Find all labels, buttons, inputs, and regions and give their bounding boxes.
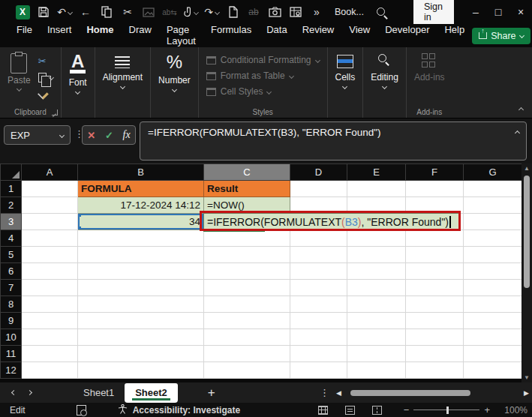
cell-B5[interactable] <box>78 247 204 263</box>
redo-dropdown-icon[interactable] <box>215 9 220 14</box>
cell-B12[interactable] <box>78 362 204 379</box>
maximize-button[interactable]: □ <box>487 0 509 24</box>
cell-G1[interactable] <box>464 181 522 197</box>
zoom-out-button[interactable]: − <box>399 404 414 416</box>
camera-icon[interactable] <box>267 4 282 20</box>
row-header-10[interactable]: 10 <box>1 329 22 346</box>
row-header-1[interactable]: 1 <box>1 181 22 197</box>
excel-logo-icon[interactable]: X <box>15 4 30 20</box>
page-break-view-icon[interactable] <box>372 406 382 415</box>
cell-B1[interactable]: FORMULA <box>78 181 204 197</box>
zoom-level[interactable]: 100% <box>502 405 527 416</box>
save-icon[interactable] <box>36 4 51 20</box>
name-box-dropdown-icon[interactable] <box>59 132 65 137</box>
cell-C10[interactable] <box>204 329 290 346</box>
cell-E5[interactable] <box>347 247 406 263</box>
cell-B2[interactable]: 17-12-2024 14:12 <box>78 197 204 214</box>
page-layout-view-icon[interactable] <box>345 406 355 415</box>
cell-A1[interactable] <box>22 181 78 197</box>
cell-B6[interactable] <box>78 263 204 280</box>
cell-C11[interactable] <box>204 346 290 362</box>
column-header-F[interactable]: F <box>406 164 464 181</box>
cell-C1[interactable]: Result <box>204 181 290 197</box>
cell-A9[interactable] <box>22 313 78 329</box>
cell-F10[interactable] <box>406 329 464 346</box>
row-header-9[interactable]: 9 <box>1 313 22 329</box>
cell-F11[interactable] <box>406 346 464 362</box>
cell-F6[interactable] <box>406 263 464 280</box>
cell-B10[interactable] <box>78 329 204 346</box>
zoom-slider[interactable] <box>413 410 479 411</box>
collapse-formula-bar-icon[interactable] <box>515 130 520 136</box>
share-button[interactable]: Share <box>472 28 530 44</box>
editing-button[interactable]: Editing <box>371 53 398 88</box>
cell-D6[interactable] <box>290 263 347 280</box>
scroll-right-icon[interactable]: ▶ <box>524 389 529 397</box>
row-header-12[interactable]: 12 <box>1 362 22 379</box>
font-button[interactable]: A Font <box>69 53 87 94</box>
cell-F5[interactable] <box>406 247 464 263</box>
row-header-2[interactable]: 2 <box>1 197 22 214</box>
insert-function-button[interactable]: fx <box>123 129 131 141</box>
cell-A8[interactable] <box>22 296 78 313</box>
cell-G4[interactable] <box>464 230 522 247</box>
cell-D5[interactable] <box>290 247 347 263</box>
number-button[interactable]: % Number <box>158 53 191 92</box>
formula-input[interactable]: =IFERROR(FORMULATEXT(B3), "ERROR Found") <box>140 122 527 160</box>
scroll-down-icon[interactable]: ▼ <box>521 374 532 381</box>
macro-record-icon[interactable] <box>77 405 86 416</box>
select-all-corner[interactable] <box>1 164 22 181</box>
format-painter-button[interactable] <box>38 88 53 100</box>
undo-icon[interactable]: ↶ <box>57 4 72 20</box>
scroll-up-icon[interactable]: ▲ <box>521 165 532 172</box>
cell-E12[interactable] <box>347 362 406 379</box>
sheet-lookup-icon[interactable] <box>288 4 303 20</box>
row-header-5[interactable]: 5 <box>1 247 22 263</box>
new-file-icon[interactable] <box>225 4 240 20</box>
cell-G8[interactable] <box>464 296 522 313</box>
cell-G12[interactable] <box>464 362 522 379</box>
cell-F9[interactable] <box>406 313 464 329</box>
cell-A10[interactable] <box>22 329 78 346</box>
cell-B11[interactable] <box>78 346 204 362</box>
cell-G3[interactable] <box>464 214 522 230</box>
cell-G5[interactable] <box>464 247 522 263</box>
cell-B8[interactable] <box>78 296 204 313</box>
search-icon[interactable] <box>374 4 389 20</box>
horizontal-scrollbar[interactable]: ◀ ▶ <box>336 382 529 403</box>
row-header-3[interactable]: 3 <box>1 214 22 230</box>
cell-C7[interactable] <box>204 280 290 296</box>
cell-A6[interactable] <box>22 263 78 280</box>
scroll-left-icon[interactable]: ◀ <box>336 389 341 397</box>
back-arrow-icon[interactable]: ← <box>78 4 93 20</box>
cell-E9[interactable] <box>347 313 406 329</box>
cell-E10[interactable] <box>347 329 406 346</box>
name-box[interactable]: EXP <box>4 125 71 145</box>
copy-icon[interactable] <box>99 4 114 20</box>
column-header-E[interactable]: E <box>347 164 406 181</box>
redo-icon[interactable]: ↷ <box>204 4 219 20</box>
cancel-entry-button[interactable]: ✕ <box>87 130 95 141</box>
cell-C12[interactable] <box>204 362 290 379</box>
cell-E4[interactable] <box>347 230 406 247</box>
row-header-8[interactable]: 8 <box>1 296 22 313</box>
column-header-A[interactable]: A <box>22 164 78 181</box>
cell-A7[interactable] <box>22 280 78 296</box>
cell-E6[interactable] <box>347 263 406 280</box>
cell-C6[interactable] <box>204 263 290 280</box>
sheet-tab-sheet1[interactable]: Sheet1 <box>73 382 125 403</box>
horizontal-scroll-thumb[interactable] <box>350 390 470 396</box>
copy-button[interactable] <box>38 71 53 83</box>
cell-A3[interactable] <box>22 214 78 230</box>
sheet-bar-menu-icon[interactable]: ⋮ <box>320 387 329 398</box>
cell-C4[interactable] <box>204 230 290 247</box>
cell-B3[interactable]: 34 <box>78 214 204 230</box>
cell-A2[interactable] <box>22 197 78 214</box>
cell-A5[interactable] <box>22 247 78 263</box>
cell-B9[interactable] <box>78 313 204 329</box>
cell-G10[interactable] <box>464 329 522 346</box>
row-header-6[interactable]: 6 <box>1 263 22 280</box>
cell-E11[interactable] <box>347 346 406 362</box>
cell-D7[interactable] <box>290 280 347 296</box>
cell-A11[interactable] <box>22 346 78 362</box>
